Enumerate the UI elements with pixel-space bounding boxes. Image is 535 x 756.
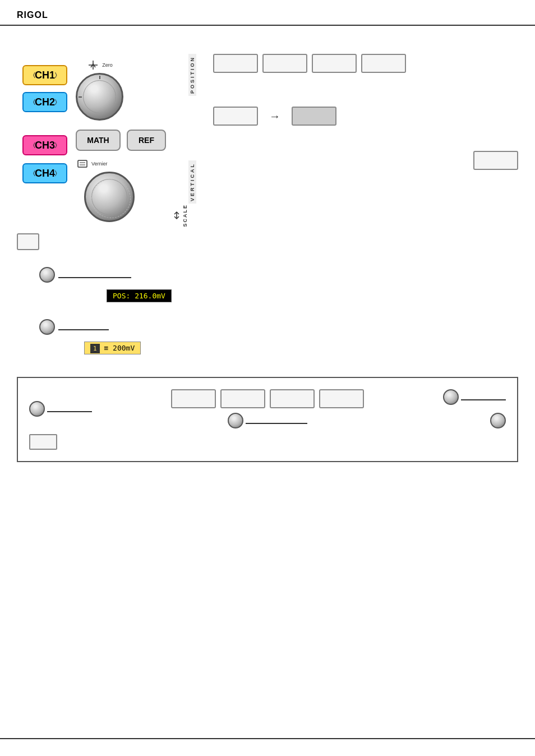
arrow-plain-box[interactable] (213, 107, 258, 126)
ch1-button[interactable]: 〈 CH1 〉 (22, 65, 67, 85)
desc2-knob-circle (39, 319, 55, 335)
bottom-right-knob-area (443, 389, 506, 428)
desc1-underline (58, 277, 131, 278)
ch1-label: CH1 (35, 70, 55, 81)
standalone-box[interactable] (17, 233, 39, 250)
bottom-menu-buttons (171, 389, 364, 408)
knob-tick-top (99, 76, 100, 79)
desc-section-2: 1 ≡ 200mV (17, 319, 518, 354)
ch3-right-arrow: 〉 (55, 142, 57, 149)
bottom-far-right-knob (490, 413, 506, 428)
position-knob[interactable] (76, 73, 123, 121)
ch2-label: CH2 (35, 96, 55, 108)
arrow-section: → (213, 107, 518, 126)
position-knob-container (76, 73, 123, 121)
vernier-svg (76, 158, 89, 169)
bottom-left-underline (47, 411, 92, 412)
bottom-inner-row (29, 389, 506, 428)
arrow-container: → (269, 110, 280, 123)
pos-badge: POS: 216.0mV (107, 289, 172, 302)
scale-arrow-icon (172, 211, 181, 220)
menu-btn-2[interactable] (262, 54, 307, 73)
desc2-underline (58, 329, 109, 330)
vernier-icon: Vernier (76, 158, 108, 169)
arrow-icon: → (269, 110, 280, 123)
top-section: 〈 CH1 〉 〈 CH2 〉 〈 CH3 〉 〈 CH4 〉 (17, 48, 518, 216)
position-control: Zero (76, 59, 123, 121)
bottom-bordered-section (17, 377, 518, 462)
bottom-center-knob-row (228, 413, 307, 428)
logo: RIGOL (17, 10, 48, 20)
scale-badge-container: 1 ≡ 200mV (39, 338, 518, 354)
menu-btn-1[interactable] (213, 54, 258, 73)
scale-badge-num: 1 (90, 344, 100, 353)
footer-line (0, 738, 535, 739)
bottom-center-knob (228, 413, 243, 428)
bottom-right-box[interactable] (473, 151, 518, 170)
desc1-knob-icon (39, 267, 55, 283)
bottom-right-container (213, 142, 518, 170)
math-label: MATH (87, 136, 109, 145)
panel-illustration: 〈 CH1 〉 〈 CH2 〉 〈 CH3 〉 〈 CH4 〉 (17, 48, 196, 216)
desc-section-1: POS: 216.0mV (17, 267, 518, 302)
highlighted-menu-box[interactable] (292, 107, 336, 126)
bottom-right-knob-row (443, 389, 506, 405)
zero-label: Zero (102, 62, 113, 68)
menu-btn-3[interactable] (312, 54, 357, 73)
standalone-box-container (17, 233, 518, 250)
ch1-right-arrow: 〉 (55, 72, 57, 79)
ch4-label: CH4 (35, 168, 55, 179)
bottom-right-underline (461, 399, 506, 400)
vernier-label: Vernier (91, 161, 108, 167)
scale-knob[interactable] (84, 172, 135, 222)
ch4-right-arrow: 〉 (55, 170, 57, 177)
bottom-menu-btn-1[interactable] (171, 389, 216, 408)
scale-knob-dashed (91, 179, 131, 218)
zero-svg (86, 59, 100, 71)
ch2-button[interactable]: 〈 CH2 〉 (22, 92, 67, 112)
ch4-button[interactable]: 〈 CH4 〉 (22, 163, 67, 183)
bottom-section-small-box-container (29, 434, 506, 450)
zero-icon: Zero (86, 59, 113, 71)
header: RIGOL (0, 0, 535, 26)
desc2-knob-row (39, 319, 518, 335)
bottom-left-knob (29, 401, 45, 417)
scale-label-area: SCALE (172, 204, 188, 227)
menu-btn-4[interactable] (361, 54, 406, 73)
bottom-center-area (171, 389, 364, 428)
ref-label: REF (139, 136, 154, 145)
right-section: → (213, 48, 518, 170)
vertical-label: VERTICAL (188, 160, 196, 204)
svg-rect-0 (78, 160, 87, 167)
ref-button[interactable]: REF (127, 130, 166, 151)
ch3-label: CH3 (35, 140, 55, 151)
bottom-menu-btn-3[interactable] (270, 389, 315, 408)
desc2-knob-icon (39, 319, 55, 335)
bottom-menu-btn-4[interactable] (319, 389, 364, 408)
desc1-knob-row (39, 267, 518, 283)
top-menu-buttons (213, 54, 518, 73)
bottom-left-knob-area (29, 401, 92, 417)
main-content: 〈 CH1 〉 〈 CH2 〉 〈 CH3 〉 〈 CH4 〉 (0, 26, 535, 473)
bottom-center-underline (246, 423, 307, 424)
pos-badge-container: POS: 216.0mV (39, 286, 518, 302)
position-label: POSITION (188, 54, 196, 96)
scale-badge: 1 ≡ 200mV (84, 342, 141, 354)
bottom-section-small-box[interactable] (29, 434, 57, 450)
scale-badge-value: ≡ 200mV (104, 344, 135, 352)
bottom-menu-btn-2[interactable] (220, 389, 265, 408)
scale-text: SCALE (182, 204, 188, 227)
bottom-left-knob-row (29, 401, 92, 417)
scale-knob-container (84, 172, 135, 222)
ch3-button[interactable]: 〈 CH3 〉 (22, 135, 67, 155)
vernier-icon-inner: Vernier (76, 158, 108, 169)
bottom-far-right-knob-row (490, 413, 506, 428)
knob-tick-left (79, 96, 82, 98)
knob-inner-ring (83, 80, 116, 113)
desc1-knob-circle (39, 267, 55, 283)
ch2-right-arrow: 〉 (55, 99, 57, 105)
math-button[interactable]: MATH (76, 130, 121, 151)
bottom-right-knob (443, 389, 459, 405)
